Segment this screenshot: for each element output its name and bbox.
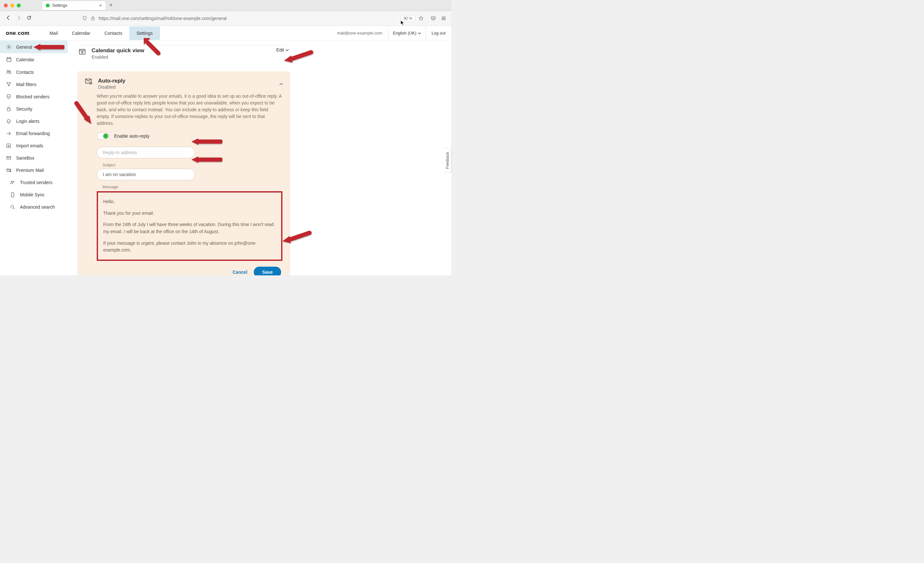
sidebar: General Calendar Contacts Mail filters B… [0,41,68,275]
message-line: From the 24th of July I will have three … [103,221,276,235]
lock-icon [90,16,95,21]
nav-settings[interactable]: Settings [129,26,160,40]
collapse-button[interactable] [279,82,283,87]
svg-point-17 [82,52,82,53]
chevron-down-icon [285,48,289,52]
bookmark-star-icon[interactable] [418,16,424,21]
sidebar-item-label: Login alerts [16,119,39,124]
message-label: Message [102,185,282,189]
sidebar-item-blocked-senders[interactable]: Blocked senders [0,91,68,103]
sidebar-item-sanebox[interactable]: SaneBox [0,152,68,164]
account-email: mail@one-example.com [337,31,382,36]
sidebar-item-import-emails[interactable]: Import emails [0,140,68,152]
url-box[interactable]: https://mail.one.com/settings/mail%40one… [82,15,424,22]
window-chrome: Settings × + [0,0,452,11]
svg-point-13 [12,196,13,197]
reload-button[interactable] [26,15,32,22]
cancel-button[interactable]: Cancel [232,270,247,275]
calendar-view-icon [79,48,86,56]
traffic-lights [4,3,21,8]
subject-label: Subject [102,163,282,167]
nav-calendar[interactable]: Calendar [65,26,98,40]
sidebar-item-label: Premium Mail [16,168,44,173]
auto-reply-status: Disabled [98,84,125,90]
sidebar-item-premium-mail[interactable]: Premium Mail [0,164,68,176]
language-label: English (UK) [393,31,417,36]
logo[interactable]: one.com [6,30,29,36]
calendar-quick-view-title: Calendar quick view [92,47,270,54]
top-nav: Mail Calendar Contacts Settings [42,26,160,40]
message-line: Thank you for your email. [103,210,276,217]
logo-part-2: com [18,30,29,36]
gear-icon [6,44,12,50]
auto-reply-icon [85,78,92,90]
sidebar-item-label: Advanced search [20,204,55,210]
sidebar-item-general[interactable]: General [0,41,68,53]
sidebar-item-label: SaneBox [16,155,34,161]
address-bar: https://mail.one.com/settings/mail%40one… [0,11,452,26]
sidebar-item-email-forwarding[interactable]: Email forwarding [0,128,68,140]
window-close-button[interactable] [4,3,8,8]
back-button[interactable] [5,15,12,22]
logout-button[interactable]: Log out [432,31,446,36]
contacts-icon [6,69,12,75]
trusted-icon [10,180,15,185]
forward-button[interactable] [15,15,22,22]
language-selector[interactable]: English (UK) [388,26,426,41]
auto-reply-description: When you're unable to answer your emails… [97,93,282,127]
window-zoom-button[interactable] [17,3,21,8]
forward-icon [6,131,12,136]
tab-title: Settings [52,3,97,8]
sidebar-item-security[interactable]: Security [0,103,68,115]
message-line: Hello, [103,198,276,206]
auto-reply-title: Auto-reply [98,78,125,84]
sidebar-item-label: Security [16,107,33,111]
lock-icon [6,107,12,111]
sidebar-item-label: General [16,45,32,50]
edit-button-label: Edit [276,47,284,53]
feedback-tab[interactable]: Feedback [444,148,452,173]
pocket-icon[interactable] [431,16,436,21]
sidebar-item-label: Blocked senders [16,94,50,99]
sidebar-item-mail-filters[interactable]: Mail filters [0,78,68,91]
enable-auto-reply-toggle[interactable] [97,132,110,140]
svg-point-4 [9,71,10,72]
calendar-icon [6,57,12,62]
enable-auto-reply-label: Enable auto-reply [114,134,150,139]
calendar-quick-view-row: Calendar quick view Enabled Edit [77,45,290,66]
menu-icon[interactable] [441,16,446,21]
sidebar-item-login-alerts[interactable]: Login alerts [0,115,68,128]
app-header: one.com Mail Calendar Contacts Settings … [0,26,452,41]
tab-favicon [46,3,50,8]
nav-mail[interactable]: Mail [42,26,65,40]
sidebar-item-label: Import emails [16,143,43,148]
svg-point-3 [7,70,8,72]
sidebar-item-label: Email forwarding [16,131,50,136]
svg-point-11 [13,181,14,182]
zoom-badge[interactable]: 90 % [401,15,415,22]
sidebar-item-trusted-senders[interactable]: Trusted senders [0,176,68,189]
browser-tab[interactable]: Settings × [42,1,106,11]
message-line: If your message is urgent, please contac… [103,240,276,254]
subject-input[interactable] [97,169,195,180]
header-right: mail@one-example.com English (UK) Log ou… [337,26,446,41]
message-textarea[interactable]: Hello, Thank you for your email. From th… [97,191,282,261]
new-tab-button[interactable]: + [109,2,113,9]
bell-icon [6,119,12,124]
mobile-icon [10,192,15,197]
edit-button[interactable]: Edit [276,47,289,53]
sidebar-item-mobile-sync[interactable]: Mobile Sync [0,189,68,201]
sidebar-item-advanced-search[interactable]: Advanced search [0,201,68,213]
sanebox-icon [6,155,12,161]
tab-close-button[interactable]: × [99,3,102,8]
sidebar-item-contacts[interactable]: Contacts [0,66,68,78]
save-button[interactable]: Save [254,267,281,275]
svg-rect-2 [7,58,11,62]
chevron-down-icon [418,32,421,35]
nav-contacts[interactable]: Contacts [98,26,129,40]
sidebar-item-label: Calendar [16,57,34,62]
sidebar-item-calendar[interactable]: Calendar [0,53,68,66]
window-minimize-button[interactable] [10,3,14,8]
url-text: https://mail.one.com/settings/mail%40one… [99,16,398,21]
reply-to-input[interactable] [97,147,195,158]
